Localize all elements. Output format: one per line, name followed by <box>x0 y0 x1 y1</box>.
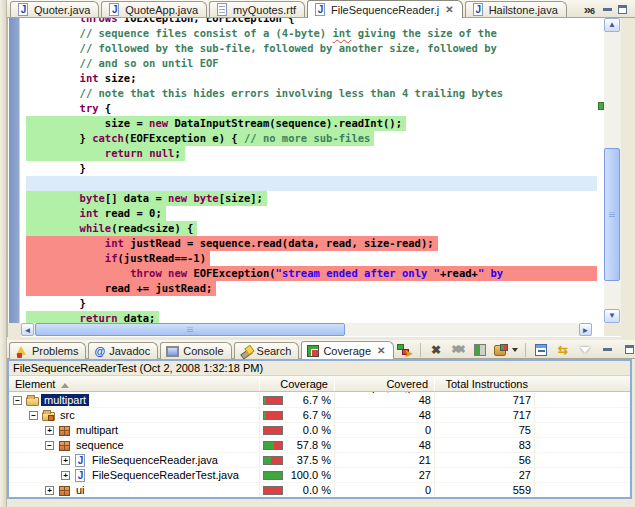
coverage-percent: 100.0 % <box>285 469 331 481</box>
view-tab-label: Coverage <box>323 345 371 357</box>
coverage-row-src[interactable]: −src6.7 %48717 <box>9 408 630 423</box>
minimize-view-icon[interactable] <box>599 342 616 358</box>
expand-node-icon[interactable]: + <box>45 486 54 495</box>
remove-session-icon[interactable]: ✖ <box>428 342 445 358</box>
coverage-row-ui[interactable]: +ui0.0 %0559 <box>9 483 630 497</box>
expand-node-icon[interactable]: + <box>61 456 70 465</box>
relaunch-coverage-icon[interactable]: ➤ <box>396 342 413 358</box>
code-line: } catch(EOFException e) { // no more sub… <box>26 131 597 146</box>
column-header-coverage[interactable]: Coverage <box>259 376 334 392</box>
view-tab-coverage[interactable]: Coverage✕ <box>301 341 393 359</box>
view-menu-icon[interactable] <box>577 342 594 358</box>
hscroll-thumb[interactable] <box>35 323 345 336</box>
editor-tab-myquotes-rtf[interactable]: myQuotes.rtf <box>209 1 305 18</box>
coverage-row-multipart[interactable]: +multipart0.0 %075 <box>9 423 630 438</box>
code-segment <box>29 72 80 84</box>
coverage-bar <box>263 426 283 435</box>
coverage-highlight: } catch(EOFException e) { // no more sub… <box>26 131 374 146</box>
expand-node-icon[interactable]: + <box>61 471 70 480</box>
code-line: while(read<size) { <box>26 221 597 236</box>
editor-tab-hailstone-java[interactable]: JHailstone.java <box>465 1 567 18</box>
code-line: // sequence files consist of a (4-byte) … <box>26 26 597 41</box>
view-tab-label: Console <box>183 345 223 357</box>
maximize-view-icon[interactable] <box>621 342 635 358</box>
editor-tab-quoter-java[interactable]: JQuoter.java <box>10 1 99 18</box>
collapse-node-icon[interactable]: − <box>13 396 22 405</box>
column-header-element[interactable]: Element <box>9 376 259 392</box>
code-text: // and so on until EOF <box>26 56 223 71</box>
link-with-selection-icon[interactable]: ⇆ <box>555 342 572 358</box>
code-segment <box>29 312 80 323</box>
total-instructions: 559 <box>439 484 531 496</box>
coverage-row-filesequencereader-java[interactable]: +JFileSequenceReader.java37.5 %2156 <box>9 453 630 468</box>
close-icon[interactable]: ✕ <box>445 5 453 15</box>
editor-tab-label: Hailstone.java <box>489 4 558 16</box>
editor-vertical-scrollbar[interactable]: ▲ ▼ <box>604 18 621 323</box>
view-tab-javadoc[interactable]: @Javadoc <box>88 342 158 359</box>
code-line: // and so on until EOF <box>26 56 597 71</box>
column-header-total-instructions[interactable]: Total Instructions <box>434 376 534 392</box>
maximize-icon[interactable] <box>618 5 627 14</box>
code-text: } <box>26 161 90 176</box>
editor-horizontal-scrollbar[interactable]: ◄ ► <box>21 323 592 336</box>
vscroll-thumb[interactable] <box>604 148 620 281</box>
element-label: multipart <box>41 394 89 406</box>
scroll-right-icon[interactable]: ► <box>579 323 592 336</box>
code-segment: if <box>105 252 118 264</box>
expand-node-icon[interactable]: + <box>45 426 54 435</box>
code-line: // note that this hides errors involving… <box>26 86 597 101</box>
java-file-icon: J <box>314 3 327 17</box>
collapse-node-icon[interactable]: − <box>29 411 38 420</box>
scroll-down-icon[interactable]: ▼ <box>604 309 620 323</box>
code-line: return data; <box>26 311 597 323</box>
code-segment <box>29 192 80 204</box>
element-label: src <box>57 409 78 421</box>
code-segment: // followed by the sub-file, followed by… <box>29 42 497 54</box>
view-tab-label: Search <box>257 345 292 357</box>
code-line: // followed by the sub-file, followed by… <box>26 41 597 56</box>
thumb-grip <box>187 327 193 332</box>
coverage-row-sequence[interactable]: −sequence57.8 %4883 <box>9 438 630 453</box>
code-segment: return <box>80 312 118 323</box>
coverage-view-toolbar: ➤✖✖✖⇆ <box>396 342 635 358</box>
view-tab-problems[interactable]: Problems <box>9 342 86 359</box>
minimize-icon[interactable] <box>603 8 612 11</box>
scroll-left-icon[interactable]: ◄ <box>21 323 34 336</box>
remove-all-sessions-icon[interactable]: ✖✖ <box>450 342 467 358</box>
editor-bottom-margin <box>8 323 21 337</box>
code-segment: } <box>29 132 92 144</box>
collapse-node-icon[interactable]: − <box>45 441 54 450</box>
scroll-up-icon[interactable]: ▲ <box>604 18 620 32</box>
code-segment: (read<size) { <box>111 222 193 234</box>
code-segment: giving the size of the <box>351 27 496 39</box>
code-segment: } <box>29 162 86 174</box>
code-text: try { <box>26 101 115 116</box>
element-label: FileSequenceReader.java <box>89 454 221 466</box>
editor-tab-filesequencereader-j[interactable]: JFileSequenceReader.j✕ <box>307 0 463 18</box>
view-tab-console[interactable]: Console <box>160 342 231 359</box>
coverage-percent: 0.0 % <box>285 424 331 436</box>
code-segment <box>29 207 80 219</box>
code-segment: read = 0; <box>99 207 162 219</box>
coverage-highlight: read += justRead; <box>26 281 216 296</box>
editor-tab-quoteapp-java[interactable]: JQuoteApp.java <box>101 1 207 18</box>
merge-sessions-icon[interactable] <box>472 342 489 358</box>
code-segment: } <box>29 297 86 309</box>
close-icon[interactable]: ✕ <box>377 346 385 356</box>
code-segment: +read+ <box>440 267 478 279</box>
select-session-icon[interactable] <box>494 342 518 358</box>
hidden-editors-chevron[interactable]: »6 <box>584 2 595 17</box>
code-segment: size; <box>99 72 137 84</box>
coverage-row-filesequencereadertest-java[interactable]: +JFileSequenceReaderTest.java100.0 %2727 <box>9 468 630 483</box>
code-segment <box>29 267 130 279</box>
column-header-label: Element <box>15 378 55 390</box>
editor-text-area[interactable]: throws IOException, EOFException { // se… <box>20 18 597 323</box>
view-tab-search[interactable]: Search <box>234 342 300 359</box>
javadoc-icon: @ <box>94 345 105 358</box>
coverage-percent: 6.7 % <box>285 409 331 421</box>
coverage-row-multipart[interactable]: −multipart6.7 %48717 <box>9 393 630 408</box>
collapse-all-icon[interactable] <box>533 342 550 358</box>
coverage-highlight: int read = 0; <box>26 206 166 221</box>
coverage-table-body: −multipart6.7 %48717−src6.7 %48717+multi… <box>9 393 630 497</box>
column-header-covered-instructions[interactable]: Covered Instructions <box>334 376 434 392</box>
